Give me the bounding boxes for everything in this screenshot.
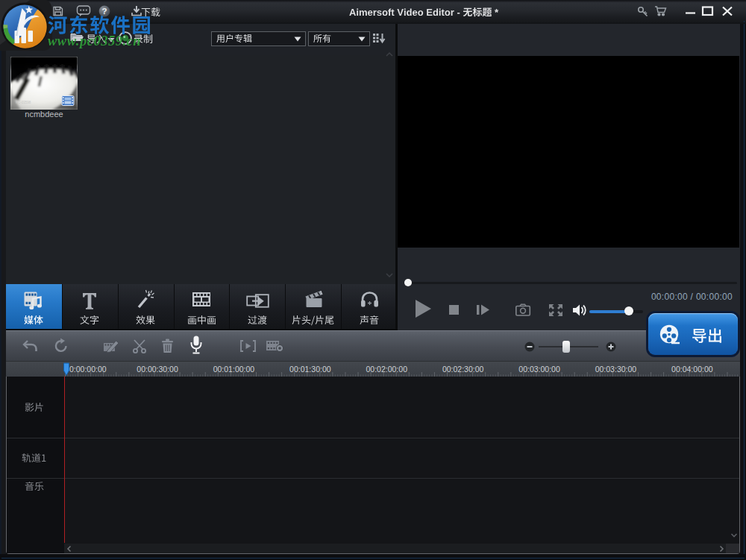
svg-text:PC-03598: PC-03598 bbox=[16, 101, 31, 104]
